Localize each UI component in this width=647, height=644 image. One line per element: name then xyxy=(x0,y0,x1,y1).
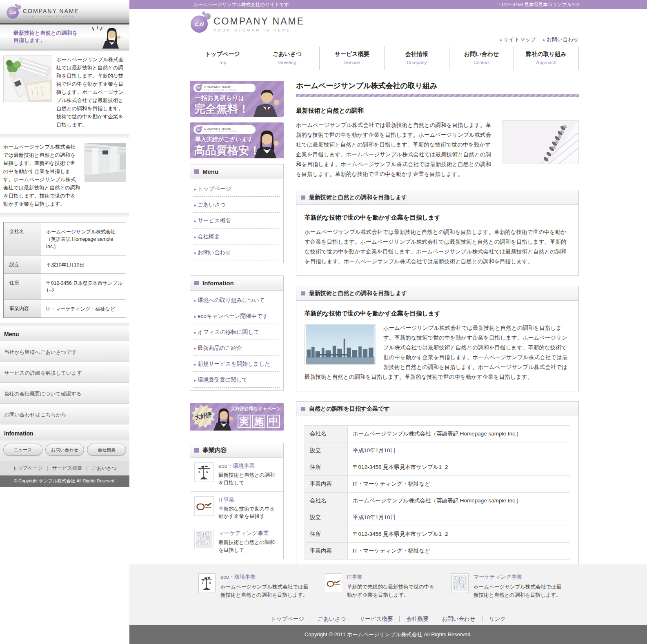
arrow-icon: ▸ xyxy=(194,314,196,319)
info-link-environment[interactable]: ▸環境への取り組みについて xyxy=(193,292,280,308)
sidebar-menu-item-service[interactable]: サービスの詳細を解説しています xyxy=(0,364,129,383)
square-bullet-icon xyxy=(194,169,199,174)
nav-company[interactable]: 会社情報Company xyxy=(384,47,449,70)
footer: eco・環境事業ホームページサンプル株式会社では最新技術と自然との調和を目指しま… xyxy=(129,564,647,625)
sidebar-hero-banner: 最新技術と自然との調和を目指します。 xyxy=(0,24,129,51)
company-logo-icon: C.N xyxy=(196,127,202,133)
content-area: C.N COMPANY NAMEYOUR SLOGAN IS HERE 一括お見… xyxy=(190,70,579,564)
info-link-new-products[interactable]: ▸最新商品のご紹介 xyxy=(193,340,280,356)
infomation-box-header: Infomation xyxy=(190,276,283,291)
company-overview-button[interactable]: 会社概要 xyxy=(87,444,126,456)
glasses-icon xyxy=(194,496,214,516)
info-link-eco-campaign[interactable]: ▸ecoキャンペーン開催中です xyxy=(193,308,280,324)
sidebar-menu-item-company[interactable]: 当社の会社概要について確認する xyxy=(0,384,129,404)
sidebar-footer-links: トップページ｜サービス概要｜ごあいさつ xyxy=(0,461,129,475)
news-button[interactable]: ニュース xyxy=(3,444,42,456)
footer-link-greeting[interactable]: ごあいさつ xyxy=(92,465,117,471)
free-estimate-banner[interactable]: C.N COMPANY NAMEYOUR SLOGAN IS HERE 一括お見… xyxy=(190,81,284,117)
sidebar-intro-block-2: ホームページサンプル株式会社では最新技術と自然との調和を目指します。革新的な技術… xyxy=(0,138,129,213)
footer-column-link[interactable]: IT事業 xyxy=(347,573,439,581)
table-row: 設立平成10年1月10日 xyxy=(305,442,570,459)
sidebar-button-row: ニュース お問い合わせ 会社概要 xyxy=(0,440,129,461)
info-link-award[interactable]: ▸環境賞受賞に関して xyxy=(193,372,280,388)
sidebar-mini-site: C.N COMPANY NAME YOUR SLOGAN IS HERE 最新技… xyxy=(0,0,129,487)
sitemap-link[interactable]: ▸サイトマップ xyxy=(500,36,536,42)
banner-line1: 導入実績がございます xyxy=(195,136,253,143)
menu-link-greeting[interactable]: ▸ごあいさつ xyxy=(193,197,280,213)
sidebar-menu-heading: Menu xyxy=(0,327,129,341)
footer-nav-service[interactable]: サービス概要 xyxy=(353,616,400,622)
footer-column-it: IT事業革新的で先鋭的な最新技術で世の中を動かす企業を目指します。 xyxy=(325,573,451,599)
footer-link-service[interactable]: サービス概要 xyxy=(52,465,82,471)
table-row: 住所〒012-3456 見本県見本市サンプル1−2 xyxy=(305,526,570,543)
nav-top[interactable]: トップページTop xyxy=(190,47,255,70)
sidebar-logo-text: COMPANY NAME YOUR SLOGAN IS HERE xyxy=(23,8,79,18)
banner-line1: 一括お見積もりは xyxy=(195,94,245,102)
footer-column-link[interactable]: eco・環境事業 xyxy=(220,573,312,581)
page: C.N COMPANY NAME YOUR SLOGAN IS HERE 最新技… xyxy=(0,0,647,644)
sidebar-intro-text-2: ホームページサンプル株式会社では最新技術と自然との調和を目指します。革新的な技術… xyxy=(3,143,80,208)
company-info-box: 自然との調和を目指す企業です 会社名ホームページサンプル株式会社（英語表記 Ho… xyxy=(296,401,579,564)
desk-items-photo xyxy=(3,56,52,102)
businesswoman-ok-sign-photo xyxy=(96,25,128,49)
info-link-office-move[interactable]: ▸オフィスの移転に関して xyxy=(193,324,280,340)
menu-link-service[interactable]: ▸サービス概要 xyxy=(193,213,280,229)
square-bullet-icon xyxy=(301,291,305,295)
menu-link-company[interactable]: ▸会社概要 xyxy=(193,229,280,244)
site-logo[interactable]: C.N COMPANY NAME YOUR SLOGAN IS HERE xyxy=(191,16,305,33)
feature-subheading: 革新的な技術で世の中を動かす企業を目指します xyxy=(305,214,570,222)
menu-link-top[interactable]: ▸トップページ xyxy=(193,181,280,197)
business-item-marketing: マーケティング事業最新技術と自然との調和を目指して xyxy=(190,525,283,559)
menu-link-contact[interactable]: ▸お問い合わせ xyxy=(193,244,280,260)
nav-approach[interactable]: 弊社の取り組みApproach xyxy=(514,47,579,70)
campaign-banner[interactable]: 大好評 大好評お得なキャペーン 実 施 中 xyxy=(190,403,284,431)
footer-copyright: Copyright © 2011 ホームページサンプル株式会社 All Righ… xyxy=(129,625,647,644)
weather-vane-icon xyxy=(194,462,214,482)
contact-button[interactable]: お問い合わせ xyxy=(45,444,84,456)
sidebar-menu-item-greeting[interactable]: 当社から皆様へごあいさつです xyxy=(0,343,129,362)
arrow-icon: ▸ xyxy=(194,362,196,366)
business-item-eco: eco・環境事業最新技術と自然との調和を目指して xyxy=(190,458,283,491)
footer-nav-company[interactable]: 会社概要 xyxy=(400,616,435,622)
aside-column: C.N COMPANY NAMEYOUR SLOGAN IS HERE 一括お見… xyxy=(190,81,284,564)
business-box-header: 事業内容 xyxy=(190,443,283,458)
sidebar-infomation-heading: Infomation xyxy=(0,426,129,440)
footer-nav-contact[interactable]: お問い合わせ xyxy=(435,616,482,622)
footer-nav: トップページごあいさつサービス概要会社概要お問い合わせリンク xyxy=(129,615,647,623)
feature-box-header: 最新技術と自然との調和を目指します xyxy=(296,190,578,205)
banner-line2: 高品質格安！ xyxy=(194,143,260,158)
nav-contact[interactable]: お問い合わせContact xyxy=(449,47,514,70)
info-link-new-service[interactable]: ▸新規サービスを開始しました xyxy=(193,356,280,372)
nav-greeting[interactable]: ごあいさつGreeting xyxy=(255,47,320,70)
footer-column-link[interactable]: マーケティング事業 xyxy=(474,573,565,581)
company-logo-icon: C.N xyxy=(191,16,208,33)
company-name: COMPANY NAME xyxy=(23,8,79,14)
nav-service[interactable]: サービス概要Service xyxy=(319,47,384,70)
businessman-ok-sign-photo xyxy=(251,85,283,117)
footer-nav-top[interactable]: トップページ xyxy=(264,616,311,622)
banner-line2: 完全無料！ xyxy=(194,102,249,116)
site-description: ホームページサンプル株式会社のサイトです xyxy=(193,2,289,8)
footer-nav-links[interactable]: リンク xyxy=(482,616,512,622)
menu-box: Menu ▸トップページ ▸ごあいさつ ▸サービス概要 ▸会社概要 ▸お問い合わ… xyxy=(190,164,284,263)
company-table: 会社名ホームページサンプル株式会社（英語表記 Homepage sample I… xyxy=(305,425,570,560)
business-item-link[interactable]: eco・環境事業 xyxy=(218,462,279,470)
arrow-icon: ▸ xyxy=(194,251,196,255)
menu-box-header: Menu xyxy=(190,164,283,179)
business-item-link[interactable]: マーケティング事業 xyxy=(218,530,279,537)
company-slogan: YOUR SLOGAN IS HERE xyxy=(213,28,305,32)
sidebar-menu-item-contact[interactable]: お問い合わせはこちらから xyxy=(0,405,129,424)
quality-banner[interactable]: C.N COMPANY NAMEYOUR SLOGAN IS HERE 導入実績… xyxy=(190,122,284,158)
feature-box-2: 最新技術と自然との調和を目指します 革新的な技術で世の中を動かす企業を目指します xyxy=(296,286,579,391)
businesswoman-ok-sign-photo xyxy=(251,127,283,158)
sidebar-company-table: 会社名 ホームページサンプル株式会社（英語表記 Homepage sample … xyxy=(3,222,126,318)
arrow-icon: ▸ xyxy=(194,346,196,351)
business-item-link[interactable]: IT事業 xyxy=(218,496,279,504)
contact-link[interactable]: ▸お問い合わせ xyxy=(543,36,579,42)
footer-nav-greeting[interactable]: ごあいさつ xyxy=(311,616,353,622)
glasses-icon xyxy=(325,573,342,593)
table-row: 事業内容IT・マーケティング・福祉など xyxy=(305,543,570,560)
company-slogan: YOUR SLOGAN IS HERE xyxy=(23,15,79,18)
footer-link-top[interactable]: トップページ xyxy=(13,465,42,471)
arrow-icon: ▸ xyxy=(500,38,502,42)
